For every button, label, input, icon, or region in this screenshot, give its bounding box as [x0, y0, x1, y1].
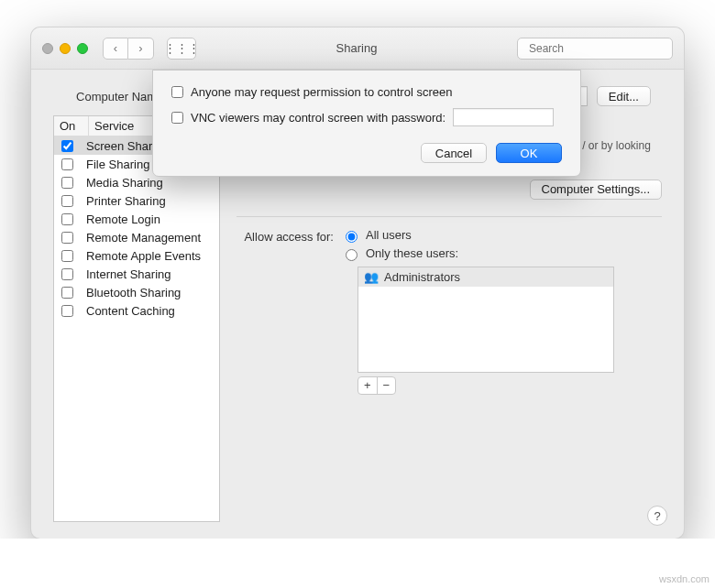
search-field[interactable] [517, 38, 673, 60]
radio-only-these-users[interactable]: Only these users: [341, 246, 662, 261]
service-label: Printer Sharing [86, 194, 166, 208]
minimize-window-button[interactable] [60, 43, 71, 54]
service-label: File Sharing [86, 158, 149, 171]
back-button[interactable]: ‹ [103, 38, 128, 60]
service-label: Remote Management [86, 231, 201, 245]
service-checkbox[interactable] [61, 268, 73, 280]
service-row-internet-sharing[interactable]: Internet Sharing [54, 265, 219, 283]
service-checkbox[interactable] [61, 250, 73, 262]
service-checkbox[interactable] [61, 195, 73, 207]
service-row-printer-sharing[interactable]: Printer Sharing [54, 191, 219, 210]
service-label: Bluetooth Sharing [86, 286, 181, 299]
service-row-remote-login[interactable]: Remote Login [54, 210, 219, 228]
service-checkbox[interactable] [61, 177, 73, 189]
anyone-may-request-row: Anyone may request permission to control… [171, 85, 562, 99]
anyone-may-request-checkbox[interactable] [171, 86, 183, 98]
service-row-remote-apple-events[interactable]: Remote Apple Events [54, 246, 219, 265]
remove-user-button[interactable]: − [378, 377, 396, 394]
service-label: Remote Apple Events [86, 249, 201, 263]
computer-settings-sheet: Anyone may request permission to control… [152, 70, 581, 177]
service-label: Media Sharing [86, 176, 163, 190]
service-checkbox[interactable] [61, 287, 73, 299]
forward-button[interactable]: › [128, 38, 154, 60]
service-label: Content Caching [86, 304, 175, 318]
nav-back-forward: ‹ › [103, 38, 154, 60]
users-group-icon: 👥 [364, 270, 379, 284]
zoom-window-button[interactable] [77, 43, 88, 54]
user-row-administrators[interactable]: 👥 Administrators [358, 267, 613, 287]
service-row-content-caching[interactable]: Content Caching [54, 301, 219, 320]
allow-access-label: Allow access for: [236, 230, 334, 395]
column-on: On [54, 116, 89, 136]
allow-access-section: Allow access for: All users Only these u… [236, 230, 662, 395]
vnc-password-label: VNC viewers may control screen with pass… [191, 111, 446, 125]
chevron-right-icon: › [138, 41, 142, 55]
vnc-password-field[interactable] [453, 108, 554, 126]
edit-button[interactable]: Edit... [597, 86, 651, 106]
radio-all-users[interactable]: All users [341, 228, 662, 243]
service-label: Remote Login [86, 212, 160, 226]
cancel-button[interactable]: Cancel [421, 143, 487, 163]
vnc-password-checkbox[interactable] [171, 112, 183, 124]
titlebar: ‹ › ⋮⋮⋮ Sharing [31, 27, 684, 70]
computer-settings-button[interactable]: Computer Settings... [530, 180, 663, 200]
sharing-preferences-window: ‹ › ⋮⋮⋮ Sharing Computer Name: Edit... O… [31, 27, 684, 539]
separator [236, 216, 662, 217]
help-button[interactable]: ? [647, 506, 667, 526]
add-remove-controls: + − [358, 376, 396, 395]
grid-icon: ⋮⋮⋮ [164, 41, 200, 55]
service-checkbox[interactable] [61, 140, 73, 152]
service-checkbox[interactable] [61, 232, 73, 244]
ok-button[interactable]: OK [496, 143, 562, 163]
add-user-button[interactable]: + [358, 377, 378, 394]
window-title: Sharing [204, 41, 510, 55]
search-input[interactable] [527, 41, 668, 56]
service-checkbox[interactable] [61, 158, 73, 170]
service-checkbox[interactable] [61, 213, 73, 225]
show-all-button[interactable]: ⋮⋮⋮ [167, 38, 196, 60]
user-label: Administrators [384, 270, 460, 284]
service-label: Internet Sharing [86, 267, 171, 281]
service-row-bluetooth-sharing[interactable]: Bluetooth Sharing [54, 283, 219, 301]
users-list[interactable]: 👥 Administrators [358, 267, 614, 373]
close-window-button[interactable] [42, 43, 53, 54]
vnc-password-row: VNC viewers may control screen with pass… [171, 108, 562, 126]
service-row-remote-management[interactable]: Remote Management [54, 228, 219, 246]
service-checkbox[interactable] [61, 305, 73, 317]
anyone-may-request-label: Anyone may request permission to control… [191, 85, 452, 99]
traffic-lights [42, 43, 88, 54]
chevron-left-icon: ‹ [114, 41, 117, 55]
